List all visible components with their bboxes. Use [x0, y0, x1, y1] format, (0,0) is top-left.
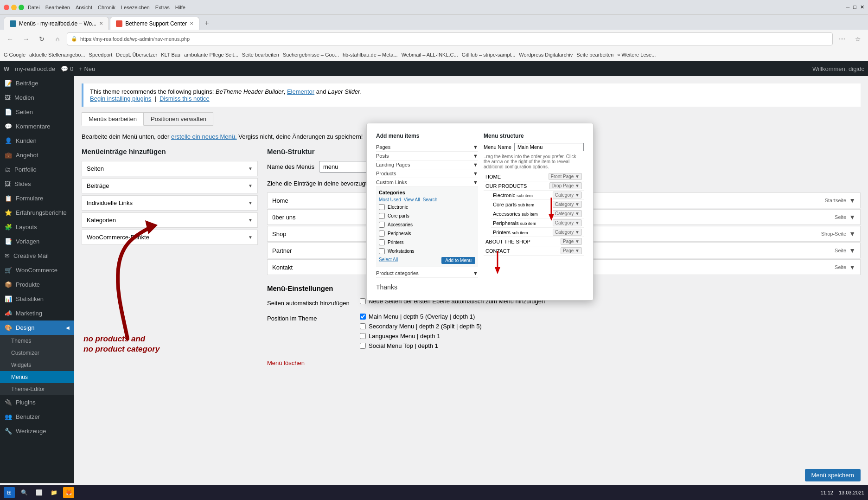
cb-accessories[interactable]	[379, 222, 385, 228]
address-bar[interactable]: 🔒 https://my-realfood.de/wp-admin/nav-me…	[67, 32, 833, 45]
sidebar-item-layouts[interactable]: 🧩 Layouts	[0, 220, 74, 234]
sidebar-item-werkzeuge[interactable]: 🔧 Werkzeuge	[0, 424, 74, 438]
sidebar-item-portfolio[interactable]: 🗂 Portfolio	[0, 162, 74, 177]
new-content-link[interactable]: + Neu	[79, 65, 95, 72]
tab2-close[interactable]: ✕	[190, 21, 193, 26]
accordion-kategorien[interactable]: Kategorien ▼	[82, 212, 258, 228]
sidebar-item-vorlagen[interactable]: 📑 Vorlagen	[0, 234, 74, 249]
comments-link[interactable]: 💬 0	[61, 65, 73, 72]
sidebar-item-widgets[interactable]: Widgets	[0, 359, 74, 371]
bookmark-pflege[interactable]: ambulante Pflege Seit...	[184, 52, 238, 58]
menu-item-home-expand[interactable]: ▼	[849, 197, 855, 204]
extensions-button[interactable]: ⋯	[836, 32, 849, 45]
accordion-individuelle-header[interactable]: Individuelle Links ▼	[82, 196, 257, 210]
bookmark-github[interactable]: GitHub – stripe-sampl...	[462, 52, 516, 58]
modal-product-cat-accordion[interactable]: Product categories ▼	[376, 270, 478, 276]
accordion-kategorien-header[interactable]: Kategorien ▼	[82, 213, 257, 227]
accordion-seiten[interactable]: Seiten ▼	[82, 161, 258, 176]
sidebar-item-formulare[interactable]: 📋 Formulare	[0, 191, 74, 205]
home-button[interactable]: ⌂	[51, 32, 64, 45]
sidebar-item-kommentare[interactable]: 💬 Kommentare	[0, 119, 74, 134]
back-button[interactable]: ←	[4, 32, 17, 45]
position-languages-menu[interactable]	[360, 333, 366, 339]
sidebar-item-creative-mail[interactable]: ✉ Creative Mail	[0, 249, 74, 263]
sidebar-item-produkte[interactable]: 📦 Produkte	[0, 277, 74, 292]
bookmark-wp[interactable]: Wordpress Digitalarchiv	[519, 52, 573, 58]
cb-printers[interactable]	[379, 239, 385, 245]
install-plugins-link[interactable]: Begin installing plugins	[90, 95, 151, 102]
sidebar-item-menus[interactable]: Menüs	[0, 371, 74, 383]
add-to-menu-button[interactable]: Add to Menu	[441, 257, 475, 264]
modal-products-accordion[interactable]: Products ▼	[376, 171, 478, 176]
browser-tab-1[interactable]: Menüs · my-realfood.de – Wo... ✕	[4, 17, 109, 30]
bookmark-webmail[interactable]: Webmail – ALL-INKL.C...	[402, 52, 458, 58]
site-name[interactable]: my-realfood.de	[15, 65, 55, 72]
bookmark-more[interactable]: » Weitere Lese...	[617, 52, 656, 58]
sidebar-item-plugins[interactable]: 🔌 Plugins	[0, 395, 74, 410]
modal-landing-accordion[interactable]: Landing Pages ▼	[376, 162, 478, 167]
accordion-seiten-header[interactable]: Seiten ▼	[82, 161, 257, 176]
menu-bar[interactable]: DateiBearbeitenAnsichtChronikLesezeichen…	[28, 5, 185, 10]
browser-tab-2[interactable]: Betheme Support Center ✕	[110, 17, 199, 30]
position-secondary-menu[interactable]	[360, 323, 366, 329]
sidebar-item-woocommerce[interactable]: 🛒 WooCommerce	[0, 263, 74, 277]
cb-peripherals[interactable]	[379, 231, 385, 237]
wp-logo[interactable]: W	[4, 65, 9, 72]
bookmark-seite2[interactable]: Seite bearbeiten	[576, 52, 613, 58]
accordion-beitraege-header[interactable]: Beiträge ▼	[82, 179, 257, 193]
cb-electronic[interactable]	[379, 204, 385, 210]
tab1-close[interactable]: ✕	[99, 21, 103, 26]
sidebar-item-statistiken[interactable]: 📊 Statistiken	[0, 292, 74, 306]
save-menu-button[interactable]: Menü speichern	[805, 469, 861, 481]
delete-menu-link[interactable]: Menü löschen	[267, 359, 305, 366]
tab-positionen-verwalten[interactable]: Positionen verwalten	[144, 112, 213, 126]
view-all-link[interactable]: View All	[404, 197, 420, 202]
accordion-woocommerce-header[interactable]: WooCommerce-Punkte ▼	[82, 230, 257, 244]
modal-custom-links-accordion[interactable]: Custom Links ▼	[376, 179, 478, 185]
menu-item-partner-expand[interactable]: ▼	[849, 247, 855, 254]
sidebar-item-design[interactable]: 🎨 Design ◀	[0, 321, 74, 335]
accordion-beitraege[interactable]: Beiträge ▼	[82, 178, 258, 193]
new-tab-button[interactable]: +	[200, 17, 213, 30]
create-menu-link[interactable]: erstelle ein neues Menü.	[171, 133, 237, 140]
sidebar-item-beitraege[interactable]: 📝 Beiträge	[0, 76, 74, 90]
position-main-menu[interactable]	[360, 314, 366, 320]
dismiss-notice-link[interactable]: Dismiss this notice	[160, 95, 210, 102]
search-link[interactable]: Search	[423, 197, 438, 202]
bookmark-google2[interactable]: Suchergebnisse – Goo...	[283, 52, 339, 58]
menu-item-shop-expand[interactable]: ▼	[849, 230, 855, 237]
bookmark-deepl[interactable]: DeepL Übersetzer	[116, 52, 157, 58]
tab-menus-bearbeiten[interactable]: Menüs bearbeiten	[82, 112, 144, 126]
sidebar-item-angebot[interactable]: 💼 Angebot	[0, 148, 74, 162]
bookmark-button[interactable]: ☆	[851, 32, 864, 45]
forward-button[interactable]: →	[19, 32, 32, 45]
elementor-link[interactable]: Elementor	[287, 88, 314, 95]
sidebar-item-kunden[interactable]: 👤 Kunden	[0, 134, 74, 148]
sidebar-item-benutzer[interactable]: 👥 Benutzer	[0, 410, 74, 424]
modal-pages-accordion[interactable]: Pages ▼	[376, 144, 478, 150]
sidebar-item-marketing[interactable]: 📣 Marketing	[0, 306, 74, 321]
bookmark-seite[interactable]: Seite bearbeiten	[242, 52, 279, 58]
most-used-link[interactable]: Most Used	[379, 197, 401, 202]
auto-add-checkbox[interactable]	[360, 298, 366, 304]
sidebar-item-seiten[interactable]: 📄 Seiten	[0, 105, 74, 119]
accordion-individuelle-links[interactable]: Individuelle Links ▼	[82, 195, 258, 211]
position-social-menu[interactable]	[360, 343, 366, 349]
cb-workstations[interactable]	[379, 248, 385, 254]
sidebar-item-slides[interactable]: 🖼 Slides	[0, 177, 74, 191]
bookmark-speedport[interactable]: Speedport	[89, 52, 113, 58]
cb-core-parts[interactable]	[379, 213, 385, 219]
modal-posts-accordion[interactable]: Posts ▼	[376, 153, 478, 159]
sidebar-item-theme-editor[interactable]: Theme-Editor	[0, 383, 74, 395]
sidebar-item-medien[interactable]: 🖼 Medien	[0, 90, 74, 105]
reload-button[interactable]: ↻	[35, 32, 48, 45]
sidebar-item-themes[interactable]: Themes	[0, 335, 74, 347]
bookmark-stellenangebote[interactable]: aktuelle Stellenangebо...	[29, 52, 85, 58]
menu-item-kontakt-expand[interactable]: ▼	[849, 263, 855, 271]
bookmark-hb[interactable]: hb-stahlbau.de – Meta...	[343, 52, 398, 58]
sidebar-item-customizer[interactable]: Customizer	[0, 347, 74, 359]
sidebar-item-erfahrungen[interactable]: ⭐ Erfahrungsberichte	[0, 205, 74, 220]
bookmark-klt[interactable]: KLT Bau	[161, 52, 180, 58]
accordion-woocommerce[interactable]: WooCommerce-Punkte ▼	[82, 230, 258, 245]
modal-menu-name-input[interactable]	[514, 143, 584, 151]
